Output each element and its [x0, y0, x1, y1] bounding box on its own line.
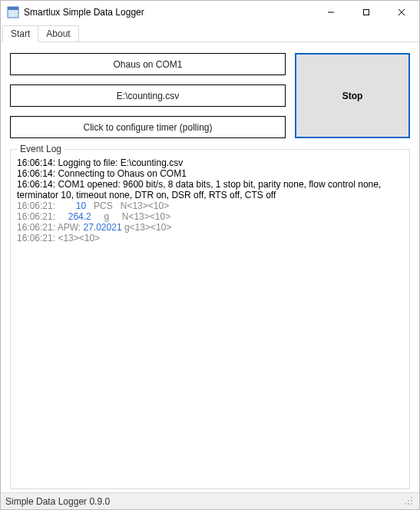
tab-about-label: About [46, 28, 70, 39]
svg-point-9 [411, 503, 412, 505]
maximize-button[interactable] [349, 1, 384, 24]
status-text: Simple Data Logger 0.9.0 [5, 496, 110, 507]
file-button[interactable]: E:\counting.csv [10, 84, 286, 107]
log-line: 16:06:21: APW: 27.02021 g<13><10> [17, 222, 403, 233]
log-line: 16:06:21: 264.2 g N<13><10> [17, 211, 403, 222]
event-log-group: Event Log 16:06:14: Logging to file: E:\… [10, 149, 410, 489]
tab-start[interactable]: Start [2, 25, 38, 42]
titlebar: Smartlux Simple Data Logger [1, 1, 419, 24]
log-line: 16:06:21: <13><10> [17, 233, 403, 243]
client-area: Ohaus on COM1 E:\counting.csv Click to c… [1, 42, 419, 492]
app-icon [7, 6, 19, 18]
log-line: 16:06:14: Connecting to Ohaus on COM1 [17, 168, 403, 179]
tab-start-label: Start [11, 28, 30, 39]
log-line: 16:06:14: COM1 opened: 9600 bit/s, 8 dat… [17, 179, 403, 200]
device-button-label: Ohaus on COM1 [113, 59, 182, 70]
svg-point-8 [408, 500, 409, 502]
window-controls [313, 1, 419, 24]
close-button[interactable] [384, 1, 419, 24]
file-button-label: E:\counting.csv [117, 91, 179, 101]
stop-button[interactable]: Stop [295, 53, 410, 138]
svg-rect-3 [364, 10, 369, 15]
app-window: Smartlux Simple Data Logger Start About … [0, 0, 420, 510]
event-log[interactable]: 16:06:14: Logging to file: E:\counting.c… [17, 157, 403, 482]
tabstrip: Start About [1, 24, 419, 42]
config-buttons: Ohaus on COM1 E:\counting.csv Click to c… [10, 53, 286, 138]
svg-point-11 [405, 503, 406, 505]
config-row: Ohaus on COM1 E:\counting.csv Click to c… [10, 53, 410, 138]
svg-point-6 [411, 497, 412, 498]
svg-rect-1 [8, 7, 18, 10]
event-log-legend: Event Log [17, 144, 64, 154]
svg-point-10 [408, 503, 409, 505]
tab-about[interactable]: About [38, 25, 78, 41]
svg-point-7 [411, 500, 412, 502]
log-line: 16:06:14: Logging to file: E:\counting.c… [17, 157, 403, 168]
resize-grip-icon[interactable] [404, 496, 415, 507]
device-button[interactable]: Ohaus on COM1 [10, 53, 286, 75]
timer-button-label: Click to configure timer (polling) [83, 122, 212, 133]
timer-button[interactable]: Click to configure timer (polling) [10, 116, 286, 138]
stop-button-label: Stop [342, 91, 363, 101]
statusbar: Simple Data Logger 0.9.0 [1, 492, 419, 509]
log-line: 16:06:21: 10 PCS N<13><10> [17, 200, 403, 211]
minimize-button[interactable] [313, 1, 349, 24]
window-title: Smartlux Simple Data Logger [24, 7, 313, 18]
